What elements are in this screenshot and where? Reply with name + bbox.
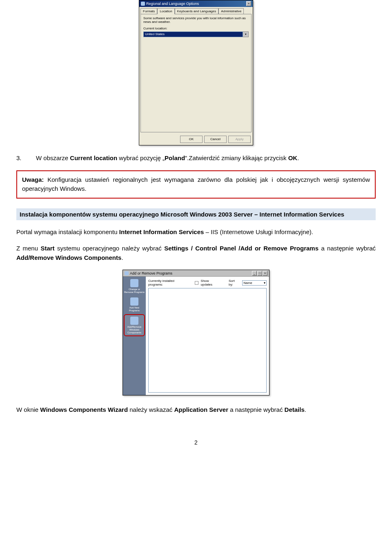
sidebar-item-add-new[interactable]: Add New Programs xyxy=(124,296,145,313)
sidebar: Change or Remove Programs Add New Progra… xyxy=(123,277,146,395)
tab-strip: Formats Location Keyboards and Languages… xyxy=(139,7,253,14)
window-titlebar: Add or Remove Programs _ □ × xyxy=(123,270,269,277)
tab-formats[interactable]: Formats xyxy=(140,8,157,14)
minimize-icon[interactable]: _ xyxy=(252,271,257,276)
current-location-label: Current location: xyxy=(143,27,249,30)
info-text: Some software and services provide you w… xyxy=(143,17,249,24)
close-icon[interactable]: × xyxy=(263,271,267,276)
dialog-button-row: OK Cancel Apply xyxy=(139,134,253,145)
windows-components-icon xyxy=(130,317,138,325)
step-number: 3. xyxy=(16,154,36,163)
add-remove-programs-window: Add or Remove Programs _ □ × Change or R… xyxy=(122,270,270,395)
tab-keyboards[interactable]: Keyboards and Languages xyxy=(175,8,219,14)
paragraph-2: Z menu Start systemu operacyjnego należy… xyxy=(16,244,376,262)
program-list[interactable] xyxy=(148,288,267,393)
add-new-icon xyxy=(130,297,138,306)
location-dropdown[interactable]: United States ▾ xyxy=(143,31,249,37)
sidebar-item-windows-components[interactable]: Add/Remove Windows Components xyxy=(124,314,145,336)
sort-by-dropdown[interactable]: Name ▾ xyxy=(242,280,267,286)
paragraph-1: Portal wymaga instalacji komponentu Inte… xyxy=(16,228,376,237)
sidebar-item-change-remove[interactable]: Change or Remove Programs xyxy=(124,277,145,295)
dialog-titlebar: Regional and Language Options × xyxy=(139,0,253,7)
dialog-title: Regional and Language Options xyxy=(146,2,199,6)
sort-by-label: Sort by: xyxy=(229,279,240,286)
show-updates-checkbox[interactable] xyxy=(195,281,198,285)
close-icon[interactable]: × xyxy=(246,1,251,6)
main-panel: Currently installed programs: Show updat… xyxy=(146,277,269,395)
change-remove-icon xyxy=(130,279,138,287)
regional-options-dialog: Regional and Language Options × Formats … xyxy=(139,0,253,145)
page-number: 2 xyxy=(16,439,376,446)
step-3: 3. W obszarze Current location wybrać po… xyxy=(16,154,376,163)
currently-installed-label: Currently installed programs: xyxy=(148,279,190,286)
ok-button[interactable]: OK xyxy=(180,136,203,143)
cancel-button[interactable]: Cancel xyxy=(204,136,227,143)
globe-icon xyxy=(141,2,145,6)
tab-location[interactable]: Location xyxy=(157,8,174,14)
show-updates-label: Show updates xyxy=(201,279,221,286)
chevron-down-icon[interactable]: ▾ xyxy=(243,31,249,37)
tab-panel: Some software and services provide you w… xyxy=(140,14,252,132)
box-icon xyxy=(125,271,129,275)
maximize-icon[interactable]: □ xyxy=(257,271,262,276)
tab-administrative[interactable]: Administrative xyxy=(218,8,244,14)
section-heading: Instalacja komponentów systemu operacyjn… xyxy=(16,208,376,220)
paragraph-3: W oknie Windows Components Wizard należy… xyxy=(16,405,376,415)
apply-button[interactable]: Apply xyxy=(228,136,251,143)
location-value: United States xyxy=(143,31,243,37)
chevron-down-icon: ▾ xyxy=(264,281,265,285)
warning-box: Uwaga: Konfiguracja ustawień regionalnyc… xyxy=(16,170,376,199)
window-title: Add or Remove Programs xyxy=(130,271,172,275)
